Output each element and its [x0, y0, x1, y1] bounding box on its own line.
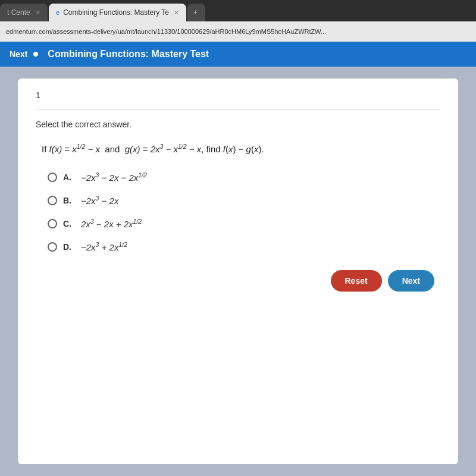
option-d-label: D.: [63, 242, 75, 252]
tab-1-label: t Cente: [7, 8, 30, 17]
next-button[interactable]: Next: [388, 270, 434, 292]
question-number: 1: [36, 90, 440, 100]
header-dot-icon: [33, 52, 38, 57]
browser-chrome: t Cente ✕ e Combining Functions: Mastery…: [0, 0, 476, 42]
option-d-math: −2x3 + 2x1/2: [81, 241, 127, 252]
main-content: 1 Select the correct answer. If f(x) = x…: [0, 67, 476, 476]
tab-bar: t Cente ✕ e Combining Functions: Mastery…: [0, 0, 476, 21]
tab-2-label: Combining Functions: Mastery Te: [63, 8, 169, 17]
option-a-math: −2x3 − 2x − 2x1/2: [81, 171, 147, 183]
option-c-math: 2x3 − 2x + 2x1/2: [81, 218, 142, 229]
tab-2-favicon: e: [56, 9, 60, 16]
radio-c[interactable]: [48, 219, 57, 228]
tab-1-close[interactable]: ✕: [35, 9, 40, 17]
divider: [36, 109, 440, 110]
option-c[interactable]: C. 2x3 − 2x + 2x1/2: [48, 218, 440, 229]
question-math: If f(x) = x1/2 − x and g(x) = 2x3 − x1/2…: [36, 141, 440, 157]
option-a[interactable]: A. −2x3 − 2x − 2x1/2: [48, 171, 440, 183]
radio-a[interactable]: [48, 173, 57, 182]
option-b[interactable]: B. −2x3 − 2x: [48, 195, 440, 206]
radio-b[interactable]: [48, 196, 57, 205]
radio-d[interactable]: [48, 242, 57, 252]
header-title: Combining Functions: Mastery Test: [48, 49, 209, 60]
question-card: 1 Select the correct answer. If f(x) = x…: [18, 79, 458, 464]
button-row: Reset Next: [36, 270, 440, 292]
reset-button[interactable]: Reset: [331, 270, 382, 292]
question-prompt: Select the correct answer.: [36, 120, 440, 129]
option-c-label: C.: [63, 219, 75, 228]
address-bar[interactable]: edmentum.com/assessments-delivery/ua/mt/…: [0, 21, 476, 42]
tab-1[interactable]: t Cente ✕: [0, 4, 48, 21]
option-d[interactable]: D. −2x3 + 2x1/2: [48, 241, 440, 252]
tab-2[interactable]: e Combining Functions: Mastery Te ✕: [49, 4, 186, 21]
header-next-button[interactable]: Next: [10, 49, 27, 59]
option-b-label: B.: [63, 196, 75, 205]
tab-2-close[interactable]: ✕: [174, 9, 179, 17]
math-fx: f(x) = x1/2 − x: [49, 144, 100, 154]
app-header: Next Combining Functions: Mastery Test: [0, 42, 476, 67]
answer-options: A. −2x3 − 2x − 2x1/2 B. −2x3 − 2x C. 2x3…: [36, 171, 440, 252]
address-bar-text: edmentum.com/assessments-delivery/ua/mt/…: [6, 28, 470, 35]
math-gx: g(x) = 2x3 − x1/2 − x: [125, 144, 201, 154]
option-a-label: A.: [63, 173, 75, 182]
option-b-math: −2x3 − 2x: [81, 195, 118, 206]
tab-new[interactable]: +: [187, 4, 205, 21]
